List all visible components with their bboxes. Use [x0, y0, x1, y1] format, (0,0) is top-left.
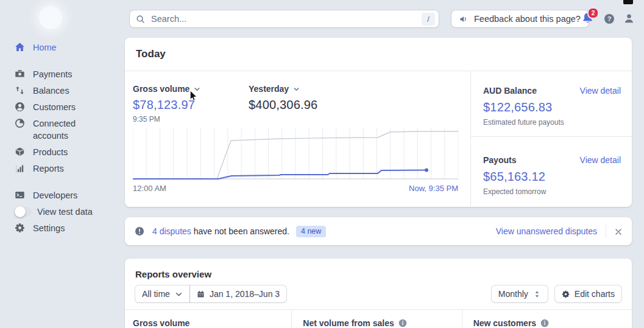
up-down-arrows-icon	[533, 290, 541, 298]
sidebar-item-products[interactable]: Products	[15, 144, 119, 160]
report-column-label: Net volume from sales	[303, 318, 394, 328]
report-column-gross-volume: Gross volume	[125, 310, 291, 328]
view-unanswered-disputes-link[interactable]: View unanswered disputes	[496, 226, 597, 236]
payouts-label: Payouts	[483, 155, 516, 165]
info-icon[interactable]	[398, 319, 407, 327]
feedback-button[interactable]: Feedback about this page?	[451, 10, 589, 27]
info-icon[interactable]	[540, 319, 549, 327]
yesterday-selector[interactable]: Yesterday	[249, 84, 317, 94]
today-body: Gross volume $78,123.97 9:35 PM Yesterda…	[125, 71, 632, 206]
account-avatar[interactable]	[39, 6, 62, 29]
svg-text:?: ?	[607, 15, 612, 23]
balances-icon	[15, 85, 25, 96]
notification-count-badge: 2	[587, 7, 599, 19]
gross-volume-stat: Gross volume $78,123.97 9:35 PM	[133, 84, 200, 124]
aud-balance-caption: Estimated future payouts	[483, 118, 621, 127]
chevron-down-icon	[194, 86, 200, 92]
sidebar-item-label: Settings	[33, 222, 65, 234]
gross-volume-time: 9:35 PM	[133, 115, 200, 124]
calendar-icon	[197, 290, 205, 298]
disputes-message: 4 disputes have not been answered.	[152, 226, 289, 236]
sidebar-item-label: Payments	[33, 68, 72, 80]
products-icon	[15, 147, 25, 157]
volume-sparkline-chart	[133, 127, 458, 180]
yesterday-value: $400,306.96	[249, 98, 317, 112]
aud-balance-label: AUD Balance	[483, 86, 537, 96]
payouts-block: Payouts View detail $65,163.12 Expected …	[483, 155, 621, 196]
help-icon[interactable]: ?	[604, 13, 615, 24]
range-select-label: All time	[142, 289, 170, 299]
gross-volume-label: Gross volume	[133, 84, 189, 94]
exclamation-icon	[135, 226, 144, 236]
report-column-label: Gross volume	[133, 318, 189, 328]
new-disputes-badge: 4 new	[296, 226, 326, 237]
sidebar-item-label: Products	[33, 146, 68, 158]
home-icon	[15, 42, 25, 52]
payments-icon	[15, 69, 25, 79]
range-select-button[interactable]: All time	[135, 285, 189, 302]
aud-balance-block: AUD Balance View detail $122,656.83 Esti…	[483, 86, 621, 127]
chevron-down-icon	[175, 290, 183, 298]
date-range-label: Jan 1, 2018–Jun 3	[210, 289, 280, 299]
sidebar-item-label: View test data	[37, 206, 93, 218]
sidebar-item-developers[interactable]: Developers	[15, 187, 119, 203]
reports-overview-card: Reports overview All time Jan 1, 2018–Ju…	[125, 259, 632, 328]
sidebar-item-home[interactable]: Home	[15, 39, 119, 55]
sidebar-item-view-test-data[interactable]: View test data	[15, 203, 119, 220]
payouts-view-detail-link[interactable]: View detail	[580, 155, 621, 165]
sidebar-item-label: Developers	[33, 189, 77, 201]
report-columns: Gross volumeNet volume from salesNew cus…	[125, 309, 632, 328]
sidebar-item-label: Home	[33, 41, 57, 54]
disputes-count-link[interactable]: 4 disputes	[152, 226, 191, 236]
gear-icon	[562, 290, 570, 298]
sparkline-axis-labels: 12:00 AM Now, 9:35 PM	[133, 184, 458, 193]
date-range-control: All time Jan 1, 2018–Jun 3	[135, 285, 286, 302]
sidebar-item-label: Balances	[33, 85, 69, 97]
gross-volume-selector[interactable]: Gross volume	[133, 84, 200, 94]
sidebar-item-settings[interactable]: Settings	[15, 220, 119, 236]
search-input[interactable]	[150, 13, 422, 24]
megaphone-icon	[459, 15, 469, 24]
payouts-value: $65,163.12	[483, 170, 621, 184]
close-icon[interactable]	[615, 228, 622, 235]
sidebar-item-label: Connected accounts	[33, 117, 101, 142]
report-column-label: New customers	[473, 318, 536, 328]
yesterday-stat: Yesterday $400,306.96	[249, 84, 317, 112]
topbar: / Feedback about this page? 2 ?	[125, 0, 644, 38]
sidebar-nav: HomePaymentsBalancesCustomersConnected a…	[15, 39, 119, 236]
reports-icon	[15, 163, 25, 173]
user-account-icon[interactable]	[623, 13, 635, 24]
date-range-button[interactable]: Jan 1, 2018–Jun 3	[190, 285, 286, 302]
sidebar-item-customers[interactable]: Customers	[15, 99, 119, 115]
search-bar[interactable]: /	[130, 10, 439, 27]
balances-panel: AUD Balance View detail $122,656.83 Esti…	[470, 71, 632, 206]
interval-select-button[interactable]: Monthly	[492, 285, 548, 302]
disputes-message-rest: have not been answered.	[191, 226, 289, 236]
payouts-caption: Expected tomorrow	[483, 187, 621, 196]
sidebar-item-label: Customers	[33, 101, 76, 113]
sidebar-item-connected-accounts[interactable]: Connected accounts	[15, 115, 119, 144]
sidebar-item-label: Reports	[33, 162, 64, 175]
notifications-bell-icon[interactable]: 2	[581, 12, 594, 25]
today-card: Today Gross volume $78,123.97 9:35 PM Ye…	[125, 38, 632, 207]
test-data-toggle[interactable]	[15, 207, 32, 217]
report-column-net-volume-from-sales: Net volume from sales	[291, 310, 461, 328]
aud-balance-view-detail-link[interactable]: View detail	[580, 86, 621, 96]
yesterday-label: Yesterday	[249, 84, 289, 94]
aud-balance-value: $122,656.83	[483, 100, 621, 114]
divider	[606, 225, 606, 238]
screen-artifact	[623, 0, 633, 4]
settings-icon	[15, 223, 25, 233]
stripe-dashboard: HomePaymentsBalancesCustomersConnected a…	[0, 0, 644, 328]
edit-charts-button[interactable]: Edit charts	[555, 285, 621, 302]
sidebar-item-reports[interactable]: Reports	[15, 160, 119, 176]
report-column-new-customers: New customers	[462, 310, 632, 328]
axis-start-label: 12:00 AM	[133, 184, 166, 193]
gross-volume-value: $78,123.97	[133, 98, 200, 112]
interval-select-label: Monthly	[498, 289, 528, 299]
feedback-label: Feedback about this page?	[474, 14, 581, 24]
search-shortcut-key: /	[422, 13, 435, 26]
sidebar-item-balances[interactable]: Balances	[15, 82, 119, 99]
sidebar-item-payments[interactable]: Payments	[15, 66, 119, 82]
today-title: Today	[125, 38, 632, 71]
